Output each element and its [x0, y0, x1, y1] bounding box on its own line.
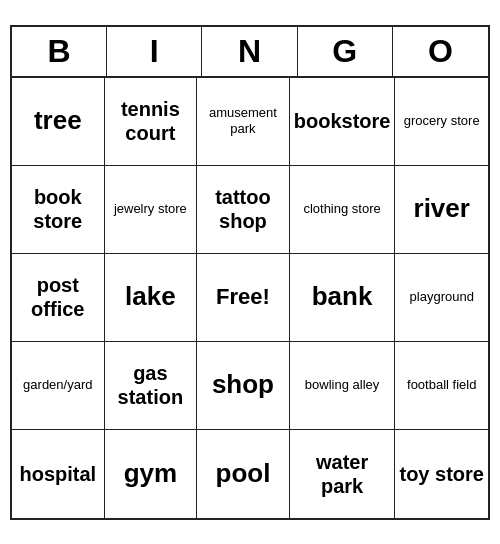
bingo-cell[interactable]: tree: [12, 78, 105, 166]
bingo-cell[interactable]: amusement park: [197, 78, 290, 166]
bingo-header: BINGO: [12, 27, 488, 78]
cell-label: bookstore: [294, 109, 391, 133]
bingo-cell[interactable]: jewelry store: [105, 166, 198, 254]
bingo-cell[interactable]: pool: [197, 430, 290, 518]
bingo-cell[interactable]: clothing store: [290, 166, 396, 254]
cell-label: grocery store: [404, 113, 480, 129]
cell-label: tattoo shop: [201, 185, 285, 233]
bingo-cell[interactable]: garden/yard: [12, 342, 105, 430]
cell-label: Free!: [216, 284, 270, 310]
cell-label: jewelry store: [114, 201, 187, 217]
cell-label: water park: [294, 450, 391, 498]
bingo-cell[interactable]: football field: [395, 342, 488, 430]
cell-label: post office: [16, 273, 100, 321]
bingo-cell[interactable]: hospital: [12, 430, 105, 518]
header-letter: O: [393, 27, 488, 76]
cell-label: gym: [124, 458, 177, 489]
cell-label: tree: [34, 105, 82, 136]
bingo-cell[interactable]: toy store: [395, 430, 488, 518]
cell-label: shop: [212, 369, 274, 400]
header-letter: B: [12, 27, 107, 76]
bingo-cell[interactable]: post office: [12, 254, 105, 342]
header-letter: I: [107, 27, 202, 76]
bingo-cell[interactable]: bank: [290, 254, 396, 342]
header-letter: G: [298, 27, 393, 76]
bingo-cell[interactable]: grocery store: [395, 78, 488, 166]
cell-label: pool: [216, 458, 271, 489]
cell-label: gas station: [109, 361, 193, 409]
cell-label: hospital: [19, 462, 96, 486]
cell-label: football field: [407, 377, 476, 393]
cell-label: river: [414, 193, 470, 224]
bingo-grid: treetennis courtamusement parkbookstoreg…: [12, 78, 488, 518]
cell-label: playground: [410, 289, 474, 305]
bingo-cell[interactable]: book store: [12, 166, 105, 254]
cell-label: clothing store: [303, 201, 380, 217]
bingo-cell[interactable]: gym: [105, 430, 198, 518]
cell-label: tennis court: [109, 97, 193, 145]
bingo-cell[interactable]: gas station: [105, 342, 198, 430]
bingo-cell[interactable]: bookstore: [290, 78, 396, 166]
cell-label: book store: [16, 185, 100, 233]
bingo-cell[interactable]: bowling alley: [290, 342, 396, 430]
bingo-cell[interactable]: Free!: [197, 254, 290, 342]
bingo-cell[interactable]: playground: [395, 254, 488, 342]
bingo-cell[interactable]: tennis court: [105, 78, 198, 166]
bingo-cell[interactable]: water park: [290, 430, 396, 518]
cell-label: amusement park: [201, 105, 285, 136]
cell-label: bank: [312, 281, 373, 312]
bingo-cell[interactable]: shop: [197, 342, 290, 430]
bingo-cell[interactable]: lake: [105, 254, 198, 342]
cell-label: bowling alley: [305, 377, 379, 393]
bingo-cell[interactable]: river: [395, 166, 488, 254]
cell-label: lake: [125, 281, 176, 312]
bingo-cell[interactable]: tattoo shop: [197, 166, 290, 254]
cell-label: toy store: [399, 462, 483, 486]
bingo-card: BINGO treetennis courtamusement parkbook…: [10, 25, 490, 520]
header-letter: N: [202, 27, 297, 76]
cell-label: garden/yard: [23, 377, 92, 393]
